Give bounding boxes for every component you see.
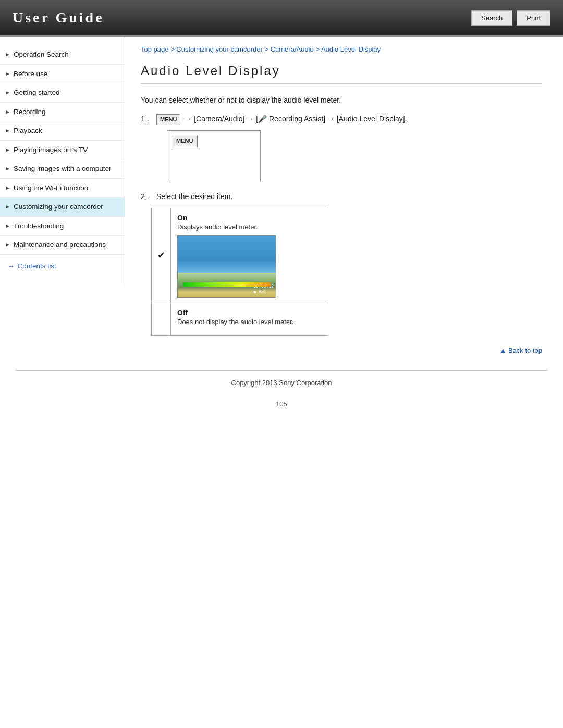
sidebar-label: Getting started	[14, 88, 117, 97]
contents-list-label: Contents list	[18, 262, 56, 270]
breadcrumb: Top page > Customizing your camcorder > …	[141, 45, 542, 53]
sidebar-label: Recording	[14, 107, 117, 117]
arrow-icon: ►	[5, 165, 10, 172]
option-on-row: ✔ On Displays audio level meter. 00:00:1…	[152, 208, 328, 303]
camera-overlay-text: 00:00:12● REC	[253, 283, 274, 295]
site-title: User Guide	[13, 9, 104, 26]
sidebar-label: Playing images on a TV	[14, 145, 117, 155]
menu-btn-label: MENU	[172, 135, 198, 147]
arrow-icon: ►	[5, 70, 10, 77]
step-1: 1 . MENU → [Camera/Audio] → [🎤 Recording…	[141, 113, 542, 182]
breadcrumb-camera-audio[interactable]: Camera/Audio	[271, 45, 314, 53]
main-content: Top page > Customizing your camcorder > …	[125, 37, 563, 370]
back-to-top-link[interactable]: ▲ Back to top	[499, 347, 542, 354]
sidebar-item-troubleshooting[interactable]: ► Troubleshooting	[0, 217, 125, 236]
option-off-content: Off Does not display the audio level met…	[170, 303, 328, 335]
option-off-title: Off	[177, 309, 322, 317]
menu-badge: MENU	[156, 114, 180, 126]
sidebar-label: Saving images with a computer	[14, 164, 117, 174]
option-on-content: On Displays audio level meter. 00:00:12●…	[170, 208, 328, 303]
sidebar-label: Troubleshooting	[14, 221, 117, 231]
breadcrumb-top[interactable]: Top page	[141, 45, 169, 53]
option-on-check: ✔	[152, 243, 170, 267]
sidebar-item-getting-started[interactable]: ► Getting started	[0, 83, 125, 103]
copyright: Copyright 2013 Sony Corporation	[231, 379, 332, 387]
sidebar-item-recording[interactable]: ► Recording	[0, 103, 125, 122]
sidebar-label: Before use	[14, 69, 117, 79]
arrow-icon: ►	[5, 203, 10, 210]
breadcrumb-sep3: >	[315, 45, 321, 53]
sidebar-label: Using the Wi-Fi function	[14, 183, 117, 193]
print-button[interactable]: Print	[517, 10, 550, 26]
contents-arrow-icon: →	[7, 262, 15, 270]
sidebar-item-before-use[interactable]: ► Before use	[0, 65, 125, 84]
option-on-title: On	[177, 214, 322, 222]
footer: Copyright 2013 Sony Corporation	[0, 371, 563, 395]
sidebar-label: Playback	[14, 126, 117, 135]
intro-text: You can select whether or not to display…	[141, 94, 542, 106]
sidebar-item-playing-images[interactable]: ► Playing images on a TV	[0, 141, 125, 160]
page-layout: ► Operation Search ► Before use ► Gettin…	[0, 37, 563, 370]
header-buttons: Search Print	[471, 10, 550, 26]
sidebar: ► Operation Search ► Before use ► Gettin…	[0, 37, 125, 286]
sidebar-item-playback[interactable]: ► Playback	[0, 121, 125, 141]
header: User Guide Search Print	[0, 0, 563, 37]
arrow-icon: ►	[5, 223, 10, 229]
back-to-top[interactable]: ▲ Back to top	[141, 346, 542, 354]
arrow-icon: ►	[5, 241, 10, 248]
step-1-number: 1 .	[141, 113, 156, 125]
breadcrumb-audio-level[interactable]: Audio Level Display	[321, 45, 381, 53]
arrow-icon: ►	[5, 146, 10, 153]
step-2-number: 2 .	[141, 191, 156, 202]
sidebar-label: Customizing your camcorder	[14, 202, 117, 212]
breadcrumb-sep: >	[170, 45, 176, 53]
option-on-desc: Displays audio level meter.	[177, 223, 322, 231]
step-1-text: → [Camera/Audio] → [🎤 Recording Assist] …	[185, 115, 407, 123]
option-off-check	[152, 313, 170, 325]
breadcrumb-sep2: >	[264, 45, 270, 53]
sidebar-item-maintenance[interactable]: ► Maintenance and precautions	[0, 236, 125, 255]
arrow-icon: ►	[5, 127, 10, 134]
breadcrumb-customizing[interactable]: Customizing your camcorder	[176, 45, 262, 53]
options-table: ✔ On Displays audio level meter. 00:00:1…	[151, 208, 328, 336]
contents-list-link[interactable]: → Contents list	[0, 255, 125, 273]
arrow-icon: ►	[5, 89, 10, 96]
sidebar-label: Maintenance and precautions	[14, 240, 117, 250]
step-2: 2 . Select the desired item.	[141, 191, 542, 202]
menu-button-illustration: MENU	[167, 130, 261, 182]
sidebar-item-wifi[interactable]: ► Using the Wi-Fi function	[0, 179, 125, 198]
sidebar-label: Operation Search	[14, 50, 117, 59]
sidebar-item-operation-search[interactable]: ► Operation Search	[0, 45, 125, 65]
sidebar-item-saving-images[interactable]: ► Saving images with a computer	[0, 159, 125, 179]
option-off-desc: Does not display the audio level meter.	[177, 318, 322, 326]
page-title: Audio Level Display	[141, 64, 542, 84]
arrow-icon: ►	[5, 51, 10, 58]
step-1-content: MENU → [Camera/Audio] → [🎤 Recording Ass…	[156, 113, 542, 182]
option-off-row: Off Does not display the audio level met…	[152, 303, 328, 335]
arrow-icon: ►	[5, 108, 10, 115]
page-number: 105	[0, 400, 563, 408]
camera-screenshot: 00:00:12● REC	[177, 235, 276, 298]
step-2-text: Select the desired item.	[156, 191, 542, 202]
sidebar-item-customizing[interactable]: ► Customizing your camcorder	[0, 198, 125, 217]
search-button[interactable]: Search	[471, 10, 512, 26]
arrow-icon: ►	[5, 184, 10, 191]
